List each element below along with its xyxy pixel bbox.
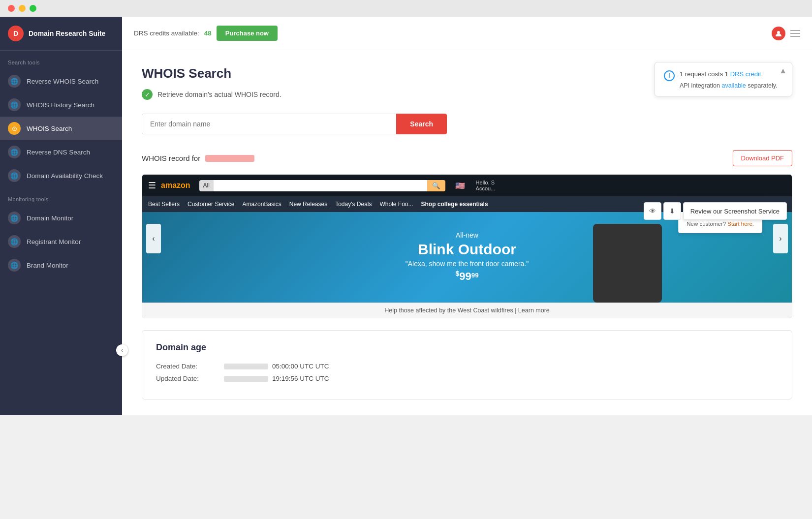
- amazon-nav-newreleases[interactable]: New Releases: [289, 201, 327, 208]
- sidebar-item-label: WHOIS History Search: [27, 101, 94, 109]
- sidebar-item-label: Brand Monitor: [27, 262, 68, 269]
- hamburger-menu[interactable]: [790, 30, 800, 37]
- amazon-nav-todaysdeals[interactable]: Today's Deals: [335, 201, 372, 208]
- screenshot-bottom-bar: Help those affected by the West Coast wi…: [142, 303, 792, 318]
- drs-credit-link[interactable]: DRS credit: [730, 70, 761, 78]
- sidebar-item-label: WHOIS Search: [27, 125, 72, 132]
- amazon-nav-amazonbasics[interactable]: AmazonBasics: [242, 201, 281, 208]
- credits-info: DRS credits available: 48 Purchase now: [134, 26, 278, 41]
- whois-record-header: WHOIS record for Download PDF: [142, 150, 792, 166]
- amazon-promo-quote: "Alexa, show me the front door camera.": [406, 260, 529, 268]
- credits-count: 48: [204, 30, 212, 37]
- eye-icon-button[interactable]: 👁: [644, 202, 661, 220]
- search-row: Search: [142, 114, 447, 134]
- monitoring-tools-label: Monitoring tools: [0, 187, 122, 206]
- window-chrome: [0, 0, 812, 17]
- sidebar-item-domain-monitor[interactable]: 🌐 Domain Monitor: [0, 206, 122, 230]
- amazon-promo: All-new Blink Outdoor "Alexa, show me th…: [406, 231, 529, 283]
- availability-icon: 🌐: [8, 169, 21, 182]
- amazon-new-customer: New customer? Start here.: [687, 221, 754, 227]
- sidebar-item-label: Domain Availability Check: [27, 172, 103, 180]
- tooltip-content: i 1 request costs 1 DRS credit. API inte…: [664, 69, 783, 89]
- amazon-hello-text: Hello, SAccou...: [476, 180, 496, 191]
- check-icon: ✓: [142, 89, 153, 100]
- screenshot-toolbar: 👁 ⬇ Review our Screenshot Service: [644, 202, 787, 220]
- header-right: [772, 27, 800, 40]
- amazon-start-here-link[interactable]: Start here.: [727, 221, 754, 227]
- amazon-nav-bestsellers[interactable]: Best Sellers: [148, 201, 180, 208]
- amazon-search-all[interactable]: All: [199, 180, 214, 191]
- created-date-label: Created Date:: [156, 363, 220, 370]
- updated-date-redacted: [224, 376, 268, 382]
- amazon-product-image: [593, 224, 662, 303]
- amazon-promo-big: Blink Outdoor: [406, 241, 529, 258]
- domain-age-section: Domain age Created Date: 05:00:00 UTC UT…: [142, 330, 792, 399]
- traffic-light-minimize[interactable]: [19, 5, 26, 12]
- search-tools-label: Search tools: [0, 51, 122, 69]
- sidebar-item-brand-monitor[interactable]: 🌐 Brand Monitor: [0, 253, 122, 277]
- amazon-topbar: ☰ amazon All 🔍 🇺🇸 Hello, SAccou... Sign …: [142, 175, 792, 196]
- amazon-logo: amazon: [161, 181, 190, 190]
- created-date-row: Created Date: 05:00:00 UTC UTC: [156, 363, 778, 370]
- traffic-light-maximize[interactable]: [30, 5, 36, 12]
- sidebar-item-label: Registrant Monitor: [27, 238, 81, 245]
- amazon-search-input[interactable]: [214, 180, 427, 191]
- domain-search-input[interactable]: [142, 114, 396, 134]
- sidebar-item-label: Reverse WHOIS Search: [27, 78, 98, 85]
- amazon-screenshot: ☰ amazon All 🔍 🇺🇸 Hello, SAccou... Sign …: [142, 175, 792, 303]
- amazon-promo-small: All-new: [406, 231, 529, 239]
- amazon-nav-college[interactable]: Shop college essentials: [421, 201, 488, 208]
- available-link[interactable]: available: [721, 82, 746, 89]
- sidebar-item-whois-search[interactable]: ⊙ WHOIS Search: [0, 117, 122, 140]
- created-date-value: 05:00:00 UTC UTC: [272, 363, 329, 370]
- sidebar-item-reverse-whois[interactable]: 🌐 Reverse WHOIS Search: [0, 69, 122, 93]
- sidebar-item-registrant-monitor[interactable]: 🌐 Registrant Monitor: [0, 230, 122, 253]
- globe-icon: 🌐: [8, 75, 21, 88]
- traffic-light-close[interactable]: [8, 5, 15, 12]
- logo-text: Domain Research Suite: [29, 30, 105, 37]
- sidebar-item-label: Domain Monitor: [27, 214, 73, 222]
- main-header: DRS credits available: 48 Purchase now: [122, 17, 812, 50]
- sidebar-collapse-button[interactable]: ‹: [116, 344, 128, 356]
- tooltip-close-button[interactable]: ▲: [779, 66, 787, 75]
- download-pdf-button[interactable]: Download PDF: [733, 150, 792, 166]
- updated-date-label: Updated Date:: [156, 375, 220, 382]
- sidebar: D Domain Research Suite Search tools 🌐 R…: [0, 17, 122, 415]
- updated-date-row: Updated Date: 19:19:56 UTC UTC: [156, 375, 778, 382]
- whois-icon: ⊙: [8, 122, 21, 135]
- description-text: Retrieve domain's actual WHOIS record.: [157, 91, 281, 98]
- domain-age-title: Domain age: [156, 342, 778, 353]
- info-tooltip: ▲ i 1 request costs 1 DRS credit. API in…: [655, 62, 792, 96]
- amazon-flag: 🇺🇸: [455, 181, 465, 190]
- sidebar-item-whois-history[interactable]: 🌐 WHOIS History Search: [0, 93, 122, 117]
- registrant-icon: 🌐: [8, 235, 21, 248]
- sidebar-item-reverse-dns[interactable]: 🌐 Reverse DNS Search: [0, 140, 122, 164]
- tooltip-api-text: API integration available separately.: [680, 82, 778, 89]
- info-icon: i: [664, 70, 675, 81]
- screenshot-next-button[interactable]: ›: [773, 224, 788, 253]
- page-body: ▲ i 1 request costs 1 DRS credit. API in…: [122, 50, 812, 415]
- search-button[interactable]: Search: [396, 114, 447, 134]
- review-screenshot-service-button[interactable]: Review our Screenshot Service: [683, 202, 787, 220]
- amazon-menu-icon[interactable]: ☰: [148, 180, 156, 191]
- sidebar-item-domain-availability[interactable]: 🌐 Domain Availability Check: [0, 164, 122, 187]
- amazon-promo-price: $9999: [406, 270, 529, 283]
- amazon-nav-wholefood[interactable]: Whole Foo...: [379, 201, 413, 208]
- whois-record-label: WHOIS record for: [142, 154, 254, 162]
- screenshot-prev-button[interactable]: ‹: [146, 224, 161, 253]
- brand-icon: 🌐: [8, 259, 21, 272]
- amazon-search-button[interactable]: 🔍: [427, 180, 445, 191]
- screenshot-container: ☰ amazon All 🔍 🇺🇸 Hello, SAccou... Sign …: [142, 174, 792, 318]
- download-icon-button[interactable]: ⬇: [663, 202, 681, 220]
- sidebar-item-label: Reverse DNS Search: [27, 149, 90, 156]
- tooltip-main-text: 1 request costs 1 DRS credit.: [680, 69, 778, 79]
- updated-date-value: 19:19:56 UTC UTC: [272, 375, 329, 382]
- amazon-search: All 🔍: [199, 180, 445, 191]
- created-date-redacted: [224, 364, 268, 369]
- app-container: D Domain Research Suite Search tools 🌐 R…: [0, 17, 812, 415]
- amazon-nav-customerservice[interactable]: Customer Service: [187, 201, 234, 208]
- redacted-domain-name: [205, 155, 254, 162]
- dns-icon: 🌐: [8, 146, 21, 158]
- purchase-button[interactable]: Purchase now: [217, 26, 278, 41]
- logo-icon: D: [8, 26, 24, 41]
